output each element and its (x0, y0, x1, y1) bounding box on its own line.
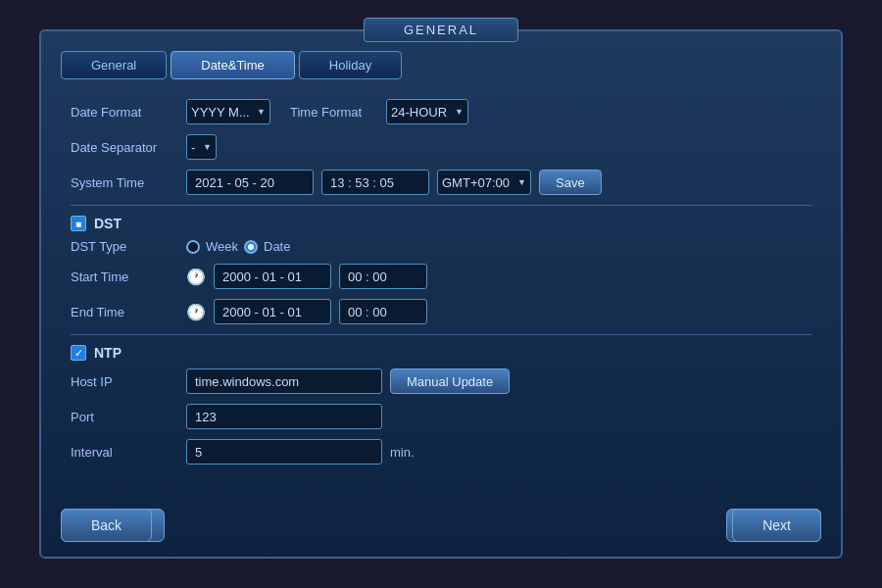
ntp-checkbox[interactable] (71, 345, 86, 361)
dst-type-label: DST Type (71, 239, 178, 254)
end-time-row: End Time 🕐 (71, 299, 811, 324)
dst-checkbox[interactable] (71, 216, 86, 231)
host-ip-row: Host IP Manual Update (71, 368, 811, 394)
system-time-input[interactable] (321, 170, 429, 195)
dst-header: DST (71, 216, 811, 231)
next-button[interactable]: Next (732, 509, 821, 542)
timezone-select[interactable]: GMT+07:00 (437, 170, 531, 195)
date-format-select[interactable]: YYYY M... (186, 99, 270, 124)
time-format-label: Time Format (290, 105, 378, 120)
host-ip-input[interactable] (186, 368, 382, 394)
main-panel: GENERAL General Date&Time Holiday Date F… (39, 29, 843, 559)
start-date-input[interactable] (214, 264, 331, 289)
save-button[interactable]: Save (539, 170, 602, 195)
system-date-input[interactable] (186, 170, 314, 195)
date-separator-select-wrapper[interactable]: - (186, 134, 217, 160)
end-time-label: End Time (71, 305, 178, 319)
radio-week[interactable] (186, 240, 200, 254)
port-label: Port (71, 410, 178, 424)
dst-label: DST (94, 216, 122, 231)
end-time-input[interactable] (339, 299, 427, 324)
dst-type-radio-group: Week Date (186, 239, 290, 254)
content-area: Date Format YYYY M... Time Format 24-HOU… (41, 89, 841, 484)
time-format-select[interactable]: 24-HOUR (386, 99, 468, 124)
date-format-select-wrapper[interactable]: YYYY M... (186, 99, 270, 124)
date-separator-select[interactable]: - (186, 134, 217, 160)
manual-update-button[interactable]: Manual Update (390, 368, 510, 394)
nav-bar: Back Next (61, 509, 821, 542)
interval-label: Interval (71, 445, 178, 460)
panel-title: GENERAL (364, 18, 518, 42)
start-time-input[interactable] (339, 264, 427, 289)
port-input[interactable] (186, 404, 382, 429)
interval-unit: min. (390, 445, 415, 460)
start-clock-icon: 🕐 (186, 267, 206, 286)
host-ip-label: Host IP (71, 374, 178, 389)
date-separator-label: Date Separator (71, 140, 178, 155)
interval-input[interactable] (186, 439, 382, 465)
start-time-row: Start Time 🕐 (71, 264, 811, 289)
date-format-row: Date Format YYYY M... Time Format 24-HOU… (71, 99, 811, 124)
date-format-label: Date Format (71, 105, 178, 120)
interval-row: Interval min. (71, 439, 811, 465)
tab-holiday[interactable]: Holiday (299, 51, 402, 79)
radio-date-label: Date (264, 239, 290, 254)
timezone-select-wrapper[interactable]: GMT+07:00 (437, 170, 531, 195)
start-time-label: Start Time (71, 270, 178, 284)
dst-type-row: DST Type Week Date (71, 239, 811, 254)
system-time-label: System Time (71, 175, 178, 190)
ntp-label: NTP (94, 345, 122, 361)
end-clock-icon: 🕐 (186, 302, 206, 321)
radio-week-label: Week (206, 239, 238, 254)
tab-datetime[interactable]: Date&Time (171, 51, 295, 79)
end-date-input[interactable] (214, 299, 331, 324)
radio-date[interactable] (244, 240, 258, 254)
time-format-select-wrapper[interactable]: 24-HOUR (386, 99, 468, 124)
back-button[interactable]: Back (61, 509, 152, 542)
port-row: Port (71, 404, 811, 429)
divider-1 (71, 205, 811, 206)
tab-bar: General Date&Time Holiday (61, 51, 821, 79)
ntp-header: NTP (71, 345, 811, 361)
divider-2 (71, 334, 811, 335)
tab-general[interactable]: General (61, 51, 167, 79)
system-time-row: System Time GMT+07:00 Save (71, 170, 811, 195)
date-separator-row: Date Separator - (71, 134, 811, 160)
